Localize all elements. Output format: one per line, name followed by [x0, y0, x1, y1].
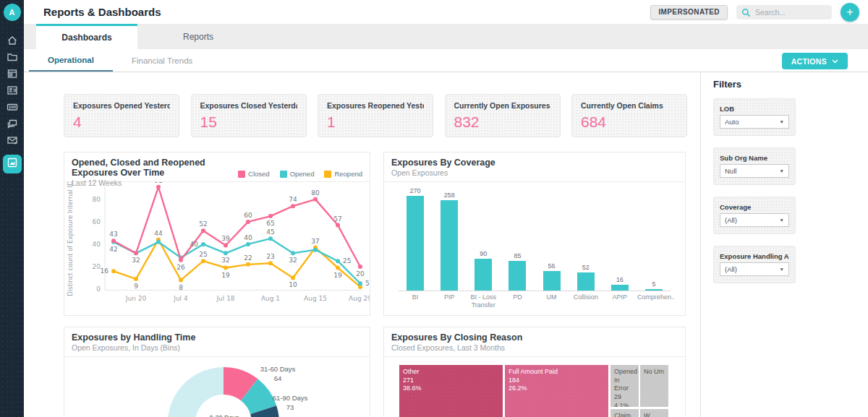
legend-closed[interactable]: Closed	[238, 170, 270, 178]
sidebar-item-home[interactable]	[3, 36, 22, 48]
treemap-tile[interactable]: No Um	[640, 365, 668, 407]
exposure-handling-adjuster-select[interactable]: (All) ▼	[720, 262, 789, 276]
chart-exposures-over-time: Opened, Closed and Reopened Exposures Ov…	[64, 152, 370, 316]
caret-down-icon: ▼	[780, 119, 784, 124]
tab-reports[interactable]: Reports	[137, 24, 259, 49]
plus-icon: +	[846, 6, 853, 19]
filter-sub-org-name: Sub Org Name Null ▼	[713, 147, 796, 185]
svg-text:65: 65	[266, 220, 274, 227]
svg-text:Jun 20: Jun 20	[125, 295, 147, 302]
svg-text:39: 39	[221, 235, 230, 242]
svg-text:Jul 4: Jul 4	[173, 295, 188, 302]
chart-subtitle: Open Exposures, In Days (Bins)	[72, 343, 195, 352]
svg-text:23: 23	[266, 253, 274, 260]
svg-text:0: 0	[96, 285, 101, 293]
chart-exposures-by-closing-reason: Exposures By Closing Reason Closed Expos…	[383, 327, 686, 417]
kpi-currently-open-exposures: Currently Open Exposures 832	[445, 94, 561, 137]
sidebar-item-chat[interactable]	[3, 119, 22, 131]
svg-text:32: 32	[221, 257, 229, 264]
legend-swatch	[280, 171, 287, 178]
sidebar-item-contacts[interactable]	[3, 86, 22, 98]
svg-text:32: 32	[289, 257, 297, 264]
svg-text:9: 9	[134, 283, 138, 290]
sidebar: A 100	[0, 0, 24, 417]
treemap-tile[interactable]: Other27138.6%	[399, 365, 503, 417]
svg-text:Distinct count of Exposure Int: Distinct count of Exposure Internal ID	[67, 182, 74, 296]
actions-button[interactable]: ACTIONS	[782, 53, 848, 69]
sidebar-item-calendar[interactable]	[3, 69, 22, 81]
filter-coverage: Coverage (All) ▼	[713, 197, 796, 234]
chart-title: Exposures by Handling Time	[72, 332, 195, 343]
chart-title: Exposures By Closing Reason	[391, 332, 522, 343]
donut-callout-61-90: 61-90 Days 73	[273, 393, 308, 413]
svg-text:40: 40	[93, 241, 101, 248]
tab-bar: Dashboards Reports	[24, 24, 868, 49]
legend-reopend[interactable]: Reopend	[324, 170, 362, 178]
caret-down-icon: ▼	[780, 267, 784, 272]
kpi-value: 1	[327, 113, 424, 131]
svg-text:80: 80	[311, 189, 320, 197]
svg-text:22: 22	[244, 254, 252, 262]
kpi-value: 832	[454, 113, 551, 131]
chart-subtitle: Closed Exposures, Last 3 Months	[391, 343, 522, 352]
treemap-tile[interactable]: W	[640, 409, 668, 417]
svg-text:Aug 15: Aug 15	[304, 295, 327, 302]
sidebar-item-mail[interactable]	[3, 136, 22, 147]
chart-title: Opened, Closed and Reopened Exposures Ov…	[72, 158, 238, 178]
mail-check-icon	[7, 134, 18, 149]
sidebar-item-analytics[interactable]	[3, 155, 22, 173]
legend-opened[interactable]: Opened	[280, 170, 315, 178]
svg-text:20: 20	[93, 263, 101, 270]
sub-org-name-select[interactable]: Null ▼	[720, 164, 789, 178]
chart-exposures-by-handling-time: Exposures by Handling Time Open Exposure…	[64, 327, 370, 417]
donut-center-label: 0-30 Days	[209, 414, 239, 417]
sidebar-item-folder[interactable]	[3, 53, 22, 64]
kpi-value: 684	[581, 113, 678, 131]
sidebar-item-batch[interactable]: 100	[3, 103, 22, 114]
treemap-tile[interactable]: Opened In Error294.1%	[610, 365, 639, 407]
legend-swatch	[238, 171, 245, 178]
kpi-exposures-closed-yesterday: Exposures Closed Yesterday 15	[191, 94, 307, 137]
svg-text:52: 52	[199, 220, 207, 228]
kpi-value: 4	[73, 113, 170, 131]
add-button[interactable]: +	[841, 3, 859, 22]
bar-chart-plot[interactable]: 27025890855652165 BIPIPBI - Loss Transfe…	[384, 182, 685, 310]
page-title: Reports & Dashboards	[43, 6, 650, 18]
tab-dashboards[interactable]: Dashboards	[36, 24, 137, 49]
svg-text:40: 40	[190, 241, 199, 248]
kpi-row: Exposures Opened Yesterday 4 Exposures C…	[64, 94, 687, 137]
subtab-operational[interactable]: Operational	[29, 49, 113, 72]
treemap-tile[interactable]: Full Amount Paid18426.2%	[505, 365, 608, 417]
svg-text:80: 80	[93, 196, 101, 203]
svg-text:19: 19	[221, 272, 230, 279]
svg-text:10: 10	[289, 281, 297, 288]
donut-chart-plot[interactable]: 31-60 Days 64 61-90 Days 73 0-30 Days	[64, 357, 370, 417]
line-chart-plot[interactable]: 020406080Jun 20Jul 4Jul 18Aug 1Aug 15Aug…	[64, 182, 370, 311]
calendar-icon	[7, 68, 18, 82]
lob-select[interactable]: Auto ▼	[720, 115, 789, 129]
kpi-value: 15	[200, 113, 297, 131]
treemap-plot[interactable]: Other27138.6%Full Amount Paid18426.2%Ope…	[399, 365, 668, 417]
chart-exposures-by-coverage: Exposures By Coverage Open Exposures 270…	[383, 152, 686, 316]
kpi-currently-open-claims: Currently Open Claims 684	[571, 94, 687, 137]
filter-exposure-handling-adjuster: Exposure Handling Adju... (All) ▼	[713, 246, 796, 283]
dashboard-content: Exposures Opened Yesterday 4 Exposures C…	[24, 72, 700, 417]
svg-text:Aug 29: Aug 29	[349, 295, 370, 302]
subtab-financial-trends[interactable]: Financial Trends	[113, 49, 211, 72]
svg-text:Jul 18: Jul 18	[216, 295, 234, 302]
impersonated-badge[interactable]: IMPERSONATED	[650, 5, 728, 20]
chart-legend: Closed Opened Reopend	[238, 158, 362, 181]
coverage-select[interactable]: (All) ▼	[720, 213, 789, 227]
treemap-tile[interactable]: Claim	[610, 409, 639, 417]
svg-text:91: 91	[154, 182, 162, 184]
svg-text:8: 8	[179, 284, 183, 291]
search-icon	[741, 8, 751, 17]
svg-text:44: 44	[154, 230, 163, 237]
avatar[interactable]: A	[4, 4, 21, 21]
svg-text:20: 20	[356, 270, 365, 278]
svg-text:42: 42	[109, 246, 117, 253]
svg-text:19: 19	[333, 272, 342, 279]
chevron-down-icon	[832, 59, 838, 64]
filters-panel: Filters LOB Auto ▼ Sub Org Name Null ▼ C…	[700, 72, 868, 417]
chat-icon	[7, 118, 18, 132]
